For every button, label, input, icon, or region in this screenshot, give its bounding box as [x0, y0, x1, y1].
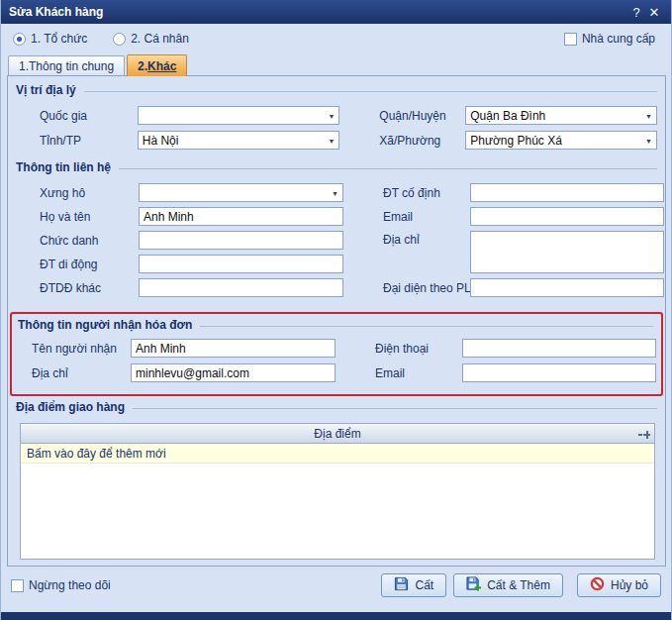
- tab-general-info[interactable]: 1. Thông tin chung: [8, 55, 125, 75]
- close-button[interactable]: ✕: [645, 5, 663, 20]
- cancel-icon: [590, 576, 605, 594]
- header-rule: [119, 168, 657, 169]
- job-title-row: Chức danh: [16, 231, 343, 250]
- invoice-email-label: Email: [375, 366, 462, 380]
- tab-other[interactable]: 2. Khác: [127, 54, 187, 76]
- section-location-title: Vị trí địa lý: [16, 83, 76, 97]
- landline-row: ĐT cố định: [343, 183, 664, 202]
- legal-rep-input[interactable]: [470, 278, 664, 297]
- section-contact-title: Thông tin liên hệ: [16, 160, 111, 174]
- radio-organization[interactable]: 1. Tổ chức: [13, 32, 87, 46]
- dialog-title: Sửa Khách hàng: [9, 5, 627, 19]
- fullname-label: Họ và tên: [40, 210, 139, 224]
- footer-buttons: Cất Cất & Thêm: [381, 573, 661, 597]
- legal-rep-row: Đại diện theo PL: [343, 278, 664, 297]
- cancel-button[interactable]: Hủy bỏ: [577, 573, 661, 597]
- chevron-down-icon[interactable]: ▼: [645, 112, 652, 119]
- save-add-icon: [466, 576, 481, 594]
- section-contact: Thông tin liên hệ Xưng hô ▼ Họ và tên: [16, 159, 657, 302]
- tab-content-panel: Vị trí địa lý Quốc gia ▼ Quận/Huyện Quận…: [7, 75, 666, 567]
- section-invoice-title: Thông tin người nhận hóa đơn: [18, 318, 192, 332]
- save-and-add-button-label: Cất & Thêm: [487, 578, 550, 592]
- province-label: Tỉnh/TP: [40, 134, 138, 148]
- salutation-combobox[interactable]: ▼: [139, 183, 343, 202]
- stop-tracking-checkbox[interactable]: Ngừng theo dõi: [11, 578, 111, 592]
- other-mobile-label: ĐTDĐ khác: [40, 281, 139, 295]
- address-row: Địa chỉ: [343, 231, 664, 273]
- save-and-add-button[interactable]: Cất & Thêm: [453, 573, 563, 597]
- landline-input[interactable]: [470, 183, 664, 202]
- save-button-label: Cất: [415, 578, 433, 592]
- district-combobox[interactable]: Quận Ba Đình ▼: [465, 106, 657, 125]
- help-button[interactable]: ?: [627, 5, 645, 20]
- radio-selected-icon: [13, 33, 26, 46]
- section-invoice-header: Thông tin người nhận hóa đơn: [18, 317, 653, 333]
- delivery-table-body: [21, 464, 654, 559]
- address-textarea[interactable]: [470, 231, 664, 273]
- mobile-input[interactable]: [139, 255, 343, 273]
- header-rule: [200, 326, 653, 327]
- province-value: Hà Nội: [143, 134, 179, 148]
- other-mobile-row: ĐTDĐ khác: [16, 278, 343, 297]
- other-mobile-input[interactable]: [139, 278, 343, 297]
- chevron-down-icon[interactable]: ▼: [328, 137, 335, 144]
- section-delivery-header: Địa điểm giao hàng: [16, 399, 657, 415]
- mobile-row: ĐT di động: [16, 255, 343, 273]
- delivery-table: Địa điểm Bấm vào đây để thêm mới: [20, 423, 655, 560]
- invoice-email-input[interactable]: [462, 363, 656, 382]
- section-delivery-title: Địa điểm giao hàng: [16, 400, 125, 414]
- fullname-value: Anh Minh: [144, 210, 194, 224]
- cancel-button-label: Hủy bỏ: [611, 578, 648, 592]
- invoice-phone-input[interactable]: [462, 339, 656, 358]
- ward-combobox[interactable]: Phường Phúc Xá ▼: [465, 131, 657, 150]
- tab-other-text: Khác: [147, 59, 176, 73]
- header-rule: [84, 91, 657, 92]
- dialog-footer: Ngừng theo dõi Cất: [1, 572, 671, 598]
- add-new-row[interactable]: Bấm vào đây để thêm mới: [21, 444, 654, 464]
- recipient-input[interactable]: Anh Minh: [131, 339, 336, 358]
- chevron-down-icon[interactable]: ▼: [645, 137, 652, 144]
- recipient-value: Anh Minh: [136, 342, 186, 356]
- save-button[interactable]: Cất: [381, 573, 446, 597]
- save-icon: [394, 576, 409, 594]
- address-label: Địa chỉ: [383, 231, 470, 250]
- ward-value: Phường Phúc Xá: [470, 134, 562, 148]
- radio-organization-label: 1. Tổ chức: [31, 32, 87, 46]
- salutation-row: Xưng hô ▼: [16, 183, 343, 202]
- section-delivery: Địa điểm giao hàng Địa điểm Bấm vào đ: [16, 399, 657, 560]
- mobile-label: ĐT di động: [40, 258, 139, 271]
- delivery-column-title: Địa điểm: [314, 427, 360, 441]
- invoice-phone-label: Điện thoại: [375, 342, 462, 356]
- invoice-address-input[interactable]: minhlevu@gmail.com: [131, 363, 336, 382]
- radio-individual-label: 2. Cá nhân: [131, 32, 189, 46]
- add-new-row-label: Bấm vào đây để thêm mới: [27, 447, 166, 461]
- edit-customer-dialog: Sửa Khách hàng ? ✕ 1. Tổ chức 2. Cá nhân…: [0, 0, 672, 620]
- radio-individual[interactable]: 2. Cá nhân: [113, 32, 189, 46]
- invoice-address-value: minhlevu@gmail.com: [136, 366, 249, 380]
- checkbox-icon: [11, 579, 24, 592]
- ward-label: Xã/Phường: [379, 134, 465, 148]
- province-combobox[interactable]: Hà Nội ▼: [138, 131, 340, 150]
- location-row-1: Quốc gia ▼ Quận/Huyện Quận Ba Đình ▼: [16, 106, 657, 125]
- section-location-header: Vị trí địa lý: [16, 82, 657, 98]
- fullname-input[interactable]: Anh Minh: [139, 207, 343, 226]
- country-label: Quốc gia: [40, 109, 138, 123]
- legal-rep-label: Đại diện theo PL: [383, 281, 470, 295]
- salutation-label: Xưng hô: [40, 186, 139, 200]
- chevron-down-icon[interactable]: ▼: [332, 189, 338, 196]
- header-rule: [133, 408, 657, 409]
- window-bottom-border: [1, 612, 671, 620]
- landline-label: ĐT cố định: [383, 186, 470, 200]
- email-row: Email: [343, 207, 664, 226]
- supplier-checkbox[interactable]: Nhà cung cấp: [564, 32, 655, 46]
- job-title-input[interactable]: [139, 231, 343, 250]
- location-row-2: Tỉnh/TP Hà Nội ▼ Xã/Phường Phường Phúc X…: [16, 131, 657, 150]
- country-combobox[interactable]: ▼: [138, 106, 340, 125]
- section-location: Vị trí địa lý Quốc gia ▼ Quận/Huyện Quận…: [16, 82, 657, 155]
- stop-tracking-label: Ngừng theo dõi: [29, 578, 111, 592]
- email-input[interactable]: [470, 207, 664, 226]
- pin-column-icon[interactable]: [638, 429, 650, 443]
- chevron-down-icon[interactable]: ▼: [328, 112, 335, 119]
- delivery-column-header[interactable]: Địa điểm: [21, 424, 654, 444]
- fullname-row: Họ và tên Anh Minh: [16, 207, 343, 226]
